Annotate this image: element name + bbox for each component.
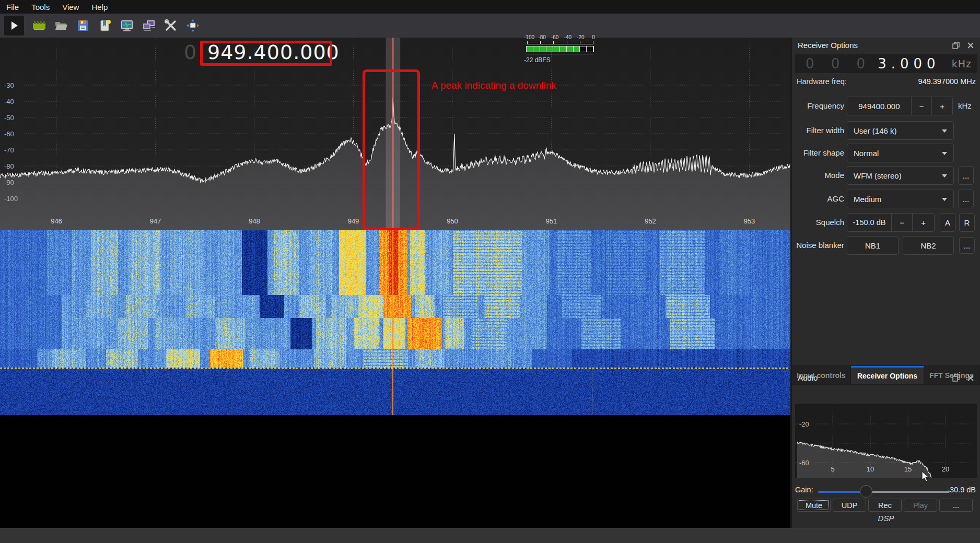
start-dsp-button[interactable]	[4, 16, 24, 36]
db-tick-label: -60	[4, 130, 14, 138]
squelch-input[interactable]: -150.0 dB	[847, 214, 891, 231]
chevron-down-icon	[942, 129, 947, 133]
tab-receiver-options[interactable]: Receiver Options	[851, 366, 924, 384]
bookmarks-button[interactable]	[98, 19, 112, 32]
annotation-peak-label: A peak indicating a downlink	[431, 80, 556, 91]
receiver-panel: Receiver Options 0 0 0 3.000 kHz Hardwar…	[792, 38, 980, 528]
meter-ticks	[527, 41, 593, 44]
float-panel-icon[interactable]	[952, 374, 960, 382]
gain-value: -30.9 dB	[947, 486, 976, 494]
db-tick-label: -30	[4, 81, 14, 89]
nb2-button[interactable]: NB2	[903, 236, 954, 255]
audio-khz-tick-label: 10	[867, 465, 874, 473]
agc-options-button[interactable]: ...	[958, 190, 974, 208]
meter-scale-label: -40	[564, 34, 571, 40]
filter-width-dropdown[interactable]: User (146 k)	[847, 121, 954, 140]
nb-options-button[interactable]: ...	[959, 237, 975, 254]
squelch-decrease-button[interactable]: −	[891, 214, 913, 231]
filter-width-label: Filter width	[792, 126, 844, 135]
nb1-button[interactable]: NB1	[847, 236, 899, 255]
toolbar	[0, 14, 980, 38]
fullscreen-button[interactable]	[186, 19, 200, 32]
signal-meter: -22 dBFS -100-80-60-40-200	[523, 34, 596, 67]
audio--button[interactable]: ...	[939, 499, 973, 512]
frequency-tick-label: 948	[249, 217, 260, 225]
db-tick-label: -40	[4, 98, 14, 105]
close-panel-icon[interactable]	[966, 374, 975, 382]
db-tick-label: -90	[4, 179, 14, 186]
audio-rec-button[interactable]: Rec	[868, 499, 902, 512]
frequency-increase-button[interactable]: +	[931, 97, 952, 115]
frequency-digit-dim[interactable]: 0	[184, 41, 196, 64]
db-tick-label: -100	[4, 195, 18, 203]
io-devices-button[interactable]	[32, 19, 46, 32]
squelch-reset-button[interactable]: R	[959, 213, 975, 232]
audio-spectrum[interactable]: -20-605101520	[795, 404, 977, 478]
menu-bar: FileToolsViewHelp	[0, 0, 980, 14]
mode-value: WFM (stereo)	[854, 171, 902, 180]
noise-blanker-label: Noise blanker	[792, 241, 844, 250]
audio-khz-tick-label: 15	[904, 465, 912, 473]
menu-file[interactable]: File	[0, 3, 25, 11]
menu-help[interactable]: Help	[85, 3, 114, 11]
lcd-dim-digits[interactable]: 0 0 0	[806, 56, 865, 72]
frequency-unit-label: kHz	[958, 101, 972, 110]
audio-mute-button[interactable]: Mute	[797, 499, 831, 512]
meter-scale-label: -80	[538, 34, 545, 40]
dsp-settings-button[interactable]	[120, 19, 134, 32]
meter-scale-label: -60	[551, 34, 558, 40]
frequency-input[interactable]: 949400.000	[847, 97, 911, 115]
frequency-tick-label: 949	[348, 217, 359, 225]
squelch-input-group: -150.0 dB − +	[847, 213, 935, 232]
agc-label: AGC	[792, 194, 844, 203]
lcd-value[interactable]: 3.000	[878, 56, 940, 72]
audio-panel-title: Audio	[798, 373, 818, 382]
frequency-tick-label: 950	[447, 217, 458, 225]
channel-offset-display[interactable]: 0 0 0 3.000 kHz	[795, 54, 977, 73]
frequency-label: Frequency	[792, 101, 844, 110]
squelch-increase-button[interactable]: +	[912, 214, 934, 231]
agc-dropdown[interactable]: Medium	[847, 190, 954, 208]
menu-view[interactable]: View	[56, 3, 85, 11]
gain-slider-handle[interactable]	[860, 485, 872, 498]
float-panel-icon[interactable]	[952, 41, 960, 50]
mode-dropdown[interactable]: WFM (stereo)	[847, 166, 954, 185]
audio-buttons: MuteUDPRecPlay...	[797, 499, 975, 512]
frequency-tick-label: 947	[150, 217, 161, 225]
dsp-status-label: DSP	[792, 514, 980, 523]
mode-options-button[interactable]: ...	[958, 166, 974, 185]
meter-bar	[526, 46, 594, 52]
db-tick-label: -50	[4, 114, 14, 122]
filter-shape-dropdown[interactable]: Normal	[847, 144, 954, 162]
tools-button[interactable]	[164, 19, 178, 32]
hardware-freq-label: Hardware freq:	[797, 77, 847, 86]
audio-udp-button[interactable]: UDP	[833, 499, 866, 512]
chevron-down-icon	[942, 198, 947, 201]
waterfall-display[interactable]	[0, 230, 790, 415]
db-tick-label: -80	[4, 162, 14, 170]
audio-db-tick-label: -60	[799, 459, 809, 467]
open-file-button[interactable]	[54, 19, 68, 32]
meter-scale-label: -100	[524, 34, 534, 40]
menu-tools[interactable]: Tools	[25, 3, 56, 11]
receiver-options-title: Receiver Options	[798, 41, 858, 50]
chevron-down-icon	[942, 174, 947, 178]
squelch-auto-button[interactable]: A	[940, 213, 955, 232]
chevron-down-icon	[942, 152, 947, 155]
frequency-decrease-button[interactable]: −	[911, 97, 932, 115]
save-file-button[interactable]	[76, 19, 90, 32]
mode-label: Mode	[792, 171, 844, 180]
db-tick-label: -70	[4, 146, 14, 154]
audio-play-button[interactable]: Play	[904, 499, 937, 512]
gain-slider[interactable]	[818, 491, 950, 493]
annotation-frequency-box	[200, 41, 332, 66]
frequency-tick-label: 952	[645, 217, 656, 225]
frequency-tick-label: 946	[51, 217, 62, 225]
audio-khz-tick-label: 20	[942, 465, 949, 473]
close-panel-icon[interactable]	[966, 41, 975, 50]
filter-shape-value: Normal	[854, 149, 879, 158]
audio-khz-tick-label: 5	[831, 465, 834, 473]
frequency-tick-label: 953	[744, 217, 755, 225]
audio-db-tick-label: -20	[799, 420, 809, 428]
remote-control-button[interactable]	[142, 19, 156, 32]
